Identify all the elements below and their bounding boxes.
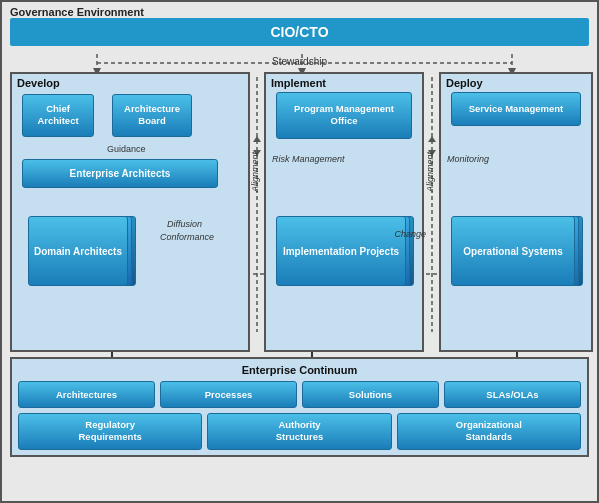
governance-environment: Governance Environment CIO/CTO Stewardsh…: [0, 0, 599, 503]
svg-marker-27: [428, 136, 436, 142]
chief-architect-card: Chief Architect: [22, 94, 94, 137]
enterprise-row1: Architectures Processes Solutions SLAs/O…: [18, 381, 581, 408]
solutions-card: Solutions: [302, 381, 439, 408]
svg-marker-24: [253, 136, 261, 142]
architecture-board-card: Architecture Board: [112, 94, 192, 137]
monitoring-label: Monitoring: [447, 154, 489, 164]
governance-label: Governance Environment: [10, 6, 144, 18]
enterprise-title: Enterprise Continuum: [18, 364, 581, 376]
implementation-projects-container: Implementation Projects: [276, 216, 406, 286]
deploy-section: Deploy Service Management Monitoring Ope…: [439, 72, 593, 352]
implement-title: Implement: [266, 74, 422, 92]
enterprise-continuum: Enterprise Continuum Architectures Proce…: [10, 357, 589, 457]
slas-olas-card: SLAs/OLAs: [444, 381, 581, 408]
deploy-title: Deploy: [441, 74, 591, 92]
cio-cto-bar: CIO/CTO: [10, 18, 589, 46]
guidance-label: Guidance: [107, 144, 146, 154]
enterprise-architects-card: Enterprise Architects: [22, 159, 218, 188]
processes-card: Processes: [160, 381, 297, 408]
service-management-card: Service Management: [451, 92, 581, 126]
alignment-label-left: Alignment: [250, 152, 260, 192]
implement-section: Implement Program Management Office Risk…: [264, 72, 424, 352]
operational-systems-container: Operational Systems: [451, 216, 575, 286]
change-label: Change: [394, 229, 426, 239]
implementation-projects-card: Implementation Projects: [276, 216, 406, 286]
operational-systems-card: Operational Systems: [451, 216, 575, 286]
conformance-label: Conformance: [160, 232, 214, 242]
stewardship-label: Stewardship: [272, 56, 327, 67]
enterprise-row2: Regulatory Requirements Authority Struct…: [18, 413, 581, 450]
domain-architects-card: Domain Architects: [28, 216, 128, 286]
alignment-label-right: Alignment: [425, 152, 435, 192]
develop-section: Develop Chief Architect Architecture Boa…: [10, 72, 250, 352]
domain-architects-container: Domain Architects: [28, 216, 128, 286]
pmo-card: Program Management Office: [276, 92, 412, 139]
risk-management-label: Risk Management: [272, 154, 345, 164]
authority-card: Authority Structures: [207, 413, 391, 450]
diffusion-label: Diffusion: [167, 219, 202, 229]
architecture-card: Architectures: [18, 381, 155, 408]
organizational-card: Organizational Standards: [397, 413, 581, 450]
regulatory-card: Regulatory Requirements: [18, 413, 202, 450]
develop-title: Develop: [12, 74, 248, 92]
